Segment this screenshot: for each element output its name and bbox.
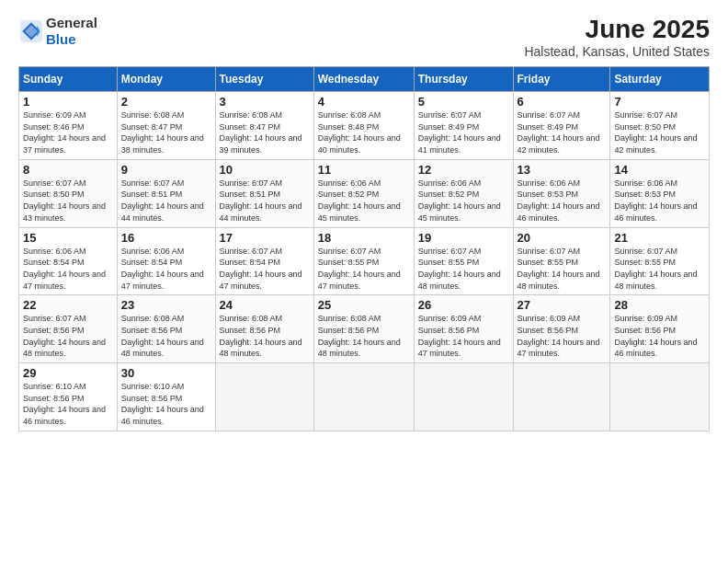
header-thursday: Thursday	[414, 67, 513, 92]
page: General Blue June 2025 Halstead, Kansas,…	[0, 0, 728, 563]
table-row: 18Sunrise: 6:07 AMSunset: 8:55 PMDayligh…	[313, 227, 414, 295]
table-row: 15Sunrise: 6:06 AMSunset: 8:54 PMDayligh…	[19, 227, 118, 295]
calendar-week-row: 15Sunrise: 6:06 AMSunset: 8:54 PMDayligh…	[19, 227, 710, 295]
location-title: Halstead, Kansas, United States	[524, 44, 710, 59]
header-sunday: Sunday	[19, 67, 118, 92]
table-row: 28Sunrise: 6:09 AMSunset: 8:56 PMDayligh…	[610, 295, 710, 363]
table-row: 22Sunrise: 6:07 AMSunset: 8:56 PMDayligh…	[19, 295, 118, 363]
header-monday: Monday	[117, 67, 215, 92]
calendar-week-row: 8Sunrise: 6:07 AMSunset: 8:50 PMDaylight…	[19, 159, 710, 227]
table-row: 13Sunrise: 6:06 AMSunset: 8:53 PMDayligh…	[513, 159, 610, 227]
header: General Blue June 2025 Halstead, Kansas,…	[18, 15, 710, 59]
table-row: 29Sunrise: 6:10 AMSunset: 8:56 PMDayligh…	[19, 363, 118, 431]
table-row: 17Sunrise: 6:07 AMSunset: 8:54 PMDayligh…	[215, 227, 313, 295]
table-row: 23Sunrise: 6:08 AMSunset: 8:56 PMDayligh…	[117, 295, 215, 363]
header-saturday: Saturday	[610, 67, 710, 92]
calendar-week-row: 22Sunrise: 6:07 AMSunset: 8:56 PMDayligh…	[19, 295, 710, 363]
calendar-table: Sunday Monday Tuesday Wednesday Thursday…	[18, 66, 710, 431]
table-row: 8Sunrise: 6:07 AMSunset: 8:50 PMDaylight…	[19, 159, 118, 227]
header-tuesday: Tuesday	[215, 67, 313, 92]
table-row: 14Sunrise: 6:06 AMSunset: 8:53 PMDayligh…	[610, 159, 710, 227]
table-row: 12Sunrise: 6:06 AMSunset: 8:52 PMDayligh…	[414, 159, 513, 227]
table-row: 27Sunrise: 6:09 AMSunset: 8:56 PMDayligh…	[513, 295, 610, 363]
table-row: 4Sunrise: 6:08 AMSunset: 8:48 PMDaylight…	[313, 92, 414, 160]
table-row: 25Sunrise: 6:08 AMSunset: 8:56 PMDayligh…	[313, 295, 414, 363]
header-wednesday: Wednesday	[313, 67, 414, 92]
table-row: 26Sunrise: 6:09 AMSunset: 8:56 PMDayligh…	[414, 295, 513, 363]
table-row: 1Sunrise: 6:09 AMSunset: 8:46 PMDaylight…	[19, 92, 118, 160]
table-row: 11Sunrise: 6:06 AMSunset: 8:52 PMDayligh…	[313, 159, 414, 227]
table-row	[513, 363, 610, 431]
calendar-week-row: 29Sunrise: 6:10 AMSunset: 8:56 PMDayligh…	[19, 363, 710, 431]
table-row: 19Sunrise: 6:07 AMSunset: 8:55 PMDayligh…	[414, 227, 513, 295]
weekday-header-row: Sunday Monday Tuesday Wednesday Thursday…	[19, 67, 710, 92]
table-row: 16Sunrise: 6:06 AMSunset: 8:54 PMDayligh…	[117, 227, 215, 295]
calendar-week-row: 1Sunrise: 6:09 AMSunset: 8:46 PMDaylight…	[19, 92, 710, 160]
table-row: 9Sunrise: 6:07 AMSunset: 8:51 PMDaylight…	[117, 159, 215, 227]
table-row: 2Sunrise: 6:08 AMSunset: 8:47 PMDaylight…	[117, 92, 215, 160]
table-row	[313, 363, 414, 431]
table-row: 24Sunrise: 6:08 AMSunset: 8:56 PMDayligh…	[215, 295, 313, 363]
table-row	[414, 363, 513, 431]
header-friday: Friday	[513, 67, 610, 92]
table-row: 3Sunrise: 6:08 AMSunset: 8:47 PMDaylight…	[215, 92, 313, 160]
table-row	[215, 363, 313, 431]
logo-icon	[18, 18, 44, 44]
table-row	[610, 363, 710, 431]
month-title: June 2025	[524, 15, 710, 44]
table-row: 10Sunrise: 6:07 AMSunset: 8:51 PMDayligh…	[215, 159, 313, 227]
table-row: 6Sunrise: 6:07 AMSunset: 8:49 PMDaylight…	[513, 92, 610, 160]
table-row: 30Sunrise: 6:10 AMSunset: 8:56 PMDayligh…	[117, 363, 215, 431]
table-row: 5Sunrise: 6:07 AMSunset: 8:49 PMDaylight…	[414, 92, 513, 160]
table-row: 20Sunrise: 6:07 AMSunset: 8:55 PMDayligh…	[513, 227, 610, 295]
table-row: 7Sunrise: 6:07 AMSunset: 8:50 PMDaylight…	[610, 92, 710, 160]
title-area: June 2025 Halstead, Kansas, United State…	[524, 15, 710, 59]
logo: General Blue	[18, 15, 97, 48]
table-row: 21Sunrise: 6:07 AMSunset: 8:55 PMDayligh…	[610, 227, 710, 295]
logo-text: General Blue	[46, 15, 97, 48]
